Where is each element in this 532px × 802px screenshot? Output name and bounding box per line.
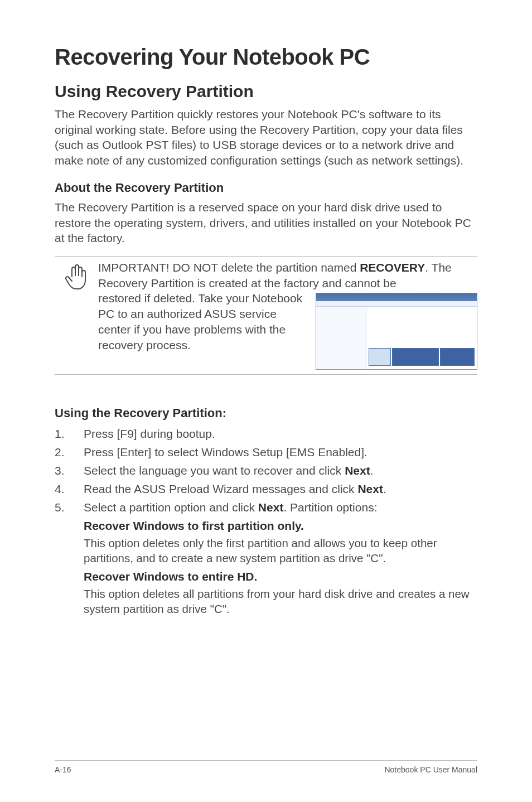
step-1: Press [F9] during bootup. [55,426,477,442]
page-footer: A-16 Notebook PC User Manual [55,760,477,774]
section-heading: Using Recovery Partition [55,82,477,101]
step-5-post: . Partition options: [283,501,377,514]
step-3-pre: Select the language you want to recover … [84,464,345,477]
step-4: Read the ASUS Preload Wizard messages an… [55,481,477,497]
option-2: Recover Windows to entire HD. This optio… [84,569,477,616]
option-1-body: This option deletes only the first parti… [84,535,477,566]
option-1-title: Recover Windows to first partition only. [84,518,477,534]
disk-management-screenshot [316,293,477,370]
hand-icon-cell [55,260,98,291]
note-line1: IMPORTANT! DO NOT delete the partition n… [98,260,477,291]
section-intro: The Recovery Partition quickly restores … [55,107,477,168]
about-heading: About the Recovery Partition [55,181,477,195]
step-5-bold: Next [258,501,284,514]
step-5-pre: Select a partition option and click [84,501,258,514]
step-4-pre: Read the ASUS Preload Wizard messages an… [84,482,357,495]
about-body: The Recovery Partition is a reserved spa… [55,200,477,246]
footer-page-number: A-16 [55,765,71,774]
step-4-post: . [383,482,386,495]
step-3-post: . [370,464,374,477]
note-lower-text: restored if deleted. Take your Notebook … [98,291,310,352]
usage-heading: Using the Recovery Partition: [55,406,477,421]
note-body: IMPORTANT! DO NOT delete the partition n… [98,260,477,374]
option-2-title: Recover Windows to entire HD. [84,569,477,585]
note-recovery-word: RECOVERY [360,261,425,274]
step-5: Select a partition option and click Next… [55,500,477,616]
note-line1-pre: IMPORTANT! DO NOT delete the partition n… [98,261,360,274]
step-2: Press [Enter] to select Windows Setup [E… [55,445,477,461]
step-4-bold: Next [357,482,383,495]
step-3-bold: Next [345,464,370,477]
footer-manual-title: Notebook PC User Manual [384,765,477,774]
steps-list: Press [F9] during bootup. Press [Enter] … [55,426,477,616]
note-lower-row: restored if deleted. Take your Notebook … [98,291,477,370]
option-1: Recover Windows to first partition only.… [84,518,477,566]
option-2-body: This option deletes all partitions from … [84,586,477,616]
hand-icon [64,262,89,291]
step-3: Select the language you want to recover … [55,463,477,479]
important-note: IMPORTANT! DO NOT delete the partition n… [55,256,477,375]
page-content: Recovering Your Notebook PC Using Recove… [55,45,477,616]
page-title: Recovering Your Notebook PC [55,45,477,70]
